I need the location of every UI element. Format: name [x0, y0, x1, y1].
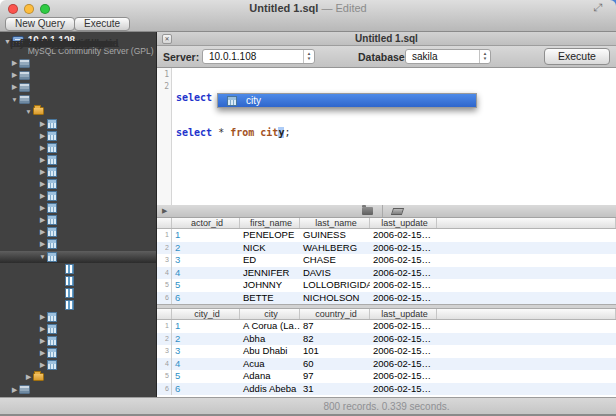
tree-item-store[interactable]: ▶store	[0, 359, 156, 371]
cell[interactable]: ED	[240, 254, 300, 267]
cell[interactable]: 4	[172, 267, 240, 280]
column-header-city_id[interactable]: city_id	[172, 309, 240, 319]
tree-item-country[interactable]: ▶country	[0, 178, 156, 190]
column-header-last_update[interactable]: last_update	[370, 218, 437, 228]
table-row[interactable]: 66Addis Abeba312006-02-15…	[157, 383, 616, 396]
tree-item-address[interactable]: ▶address	[0, 130, 156, 142]
row-number[interactable]: 2	[157, 333, 172, 346]
fullscreen-icon[interactable]: ⤢	[593, 1, 602, 14]
play-icon[interactable]: ▶	[162, 207, 167, 215]
cell[interactable]: 2006-02-15…	[370, 292, 437, 305]
tree-item-inventory[interactable]: ▼inventory	[0, 251, 156, 263]
column-header-actor_id[interactable]: actor_id	[172, 218, 240, 228]
tree-item-information_schema[interactable]: ▶information_schema	[0, 57, 156, 69]
tree-item-film_id[interactable]: film_id	[0, 275, 156, 287]
tree-item-film_actor[interactable]: ▶film_actor	[0, 214, 156, 226]
row-number[interactable]: 5	[157, 370, 172, 383]
table-row[interactable]: 33Abu Dhabi1012006-02-15…	[157, 345, 616, 358]
tree-item-store_id[interactable]: store_id	[0, 287, 156, 299]
column-header-first_name[interactable]: first_name	[240, 218, 300, 228]
tree-item-Tables[interactable]: ▼Tables	[0, 105, 156, 117]
cell[interactable]: 31	[300, 383, 370, 396]
cell[interactable]: 6	[172, 292, 240, 305]
cell[interactable]: 2006-02-15…	[370, 279, 437, 292]
cell[interactable]: 2006-02-15…	[370, 383, 437, 396]
disclosure-collapsed-icon[interactable]: ▶	[38, 156, 47, 164]
tree-item-customer[interactable]: ▶customer	[0, 190, 156, 202]
cell[interactable]: Addis Abeba	[240, 383, 300, 396]
cell[interactable]: 2006-02-15…	[370, 254, 437, 267]
disclosure-collapsed-icon[interactable]: ▶	[10, 83, 19, 91]
table-row[interactable]: 44Acua602006-02-15…	[157, 358, 616, 371]
cell[interactable]: A Corua (La…	[240, 320, 300, 333]
cell[interactable]: Adana	[240, 370, 300, 383]
disclosure-collapsed-icon[interactable]: ▶	[38, 216, 47, 224]
disclosure-collapsed-icon[interactable]: ▶	[38, 313, 47, 321]
eraser-icon[interactable]	[391, 208, 404, 215]
cell[interactable]: 2006-02-15…	[370, 242, 437, 255]
cell[interactable]: DAVIS	[300, 267, 370, 280]
table-row[interactable]: 44JENNIFERDAVIS2006-02-15…	[157, 267, 616, 280]
row-number[interactable]: 4	[157, 358, 172, 371]
cell[interactable]: 101	[300, 345, 370, 358]
execute-toolbar-button[interactable]: Execute	[74, 17, 130, 31]
disclosure-collapsed-icon[interactable]: ▶	[38, 337, 47, 345]
tree-item-mysql[interactable]: ▶mysql	[0, 69, 156, 81]
row-number[interactable]: 6	[157, 292, 172, 305]
tree-item-blargh[interactable]: ▶blargh	[0, 142, 156, 154]
tree-item-film_category[interactable]: ▶film_category	[0, 226, 156, 238]
export-folder-icon[interactable]	[362, 207, 373, 215]
cell[interactable]: 5	[172, 279, 240, 292]
cell[interactable]: 97	[300, 370, 370, 383]
sql-code[interactable]: select * from actor; select * from city;	[172, 68, 296, 205]
cell[interactable]: BETTE	[240, 292, 300, 305]
cell[interactable]: 2	[172, 333, 240, 346]
disclosure-expanded-icon[interactable]: ▼	[10, 96, 19, 103]
row-number[interactable]: 5	[157, 279, 172, 292]
cell[interactable]: 87	[300, 320, 370, 333]
cell[interactable]: NICHOLSON	[300, 292, 370, 305]
cell[interactable]: 2006-02-15…	[370, 333, 437, 346]
row-number[interactable]: 3	[157, 345, 172, 358]
cell[interactable]: 5	[172, 370, 240, 383]
cell[interactable]: WAHLBERG	[300, 242, 370, 255]
disclosure-collapsed-icon[interactable]: ▶	[38, 204, 47, 212]
disclosure-collapsed-icon[interactable]: ▶	[38, 192, 47, 200]
disclosure-collapsed-icon[interactable]: ▶	[24, 373, 33, 381]
table-row[interactable]: 55JOHNNYLOLLOBRIGIDA2006-02-15…	[157, 279, 616, 292]
disclosure-collapsed-icon[interactable]: ▶	[38, 132, 47, 140]
tree-item-film[interactable]: ▶film	[0, 202, 156, 214]
tree-item-payment[interactable]: ▶payment	[0, 323, 156, 335]
cell[interactable]: 1	[172, 229, 240, 242]
tree-item-Views[interactable]: ▶Views	[0, 371, 156, 383]
row-number[interactable]: 3	[157, 254, 172, 267]
column-header-city[interactable]: city	[240, 309, 300, 319]
cell[interactable]: JOHNNY	[240, 279, 300, 292]
cell[interactable]: 2	[172, 242, 240, 255]
tree-item-staff[interactable]: ▶staff	[0, 347, 156, 359]
cell[interactable]: 82	[300, 333, 370, 346]
cell[interactable]: 2006-02-15…	[370, 358, 437, 371]
tree-item-rental[interactable]: ▶rental	[0, 335, 156, 347]
execute-button[interactable]: Execute	[544, 48, 610, 65]
cell[interactable]: 2006-02-15…	[370, 267, 437, 280]
tree-item-city[interactable]: ▶city	[0, 166, 156, 178]
disclosure-expanded-icon[interactable]: ▼	[38, 253, 47, 260]
tree-item-sakila[interactable]: ▼sakila	[0, 93, 156, 105]
tree-item-test[interactable]: ▶test	[0, 384, 156, 396]
cell[interactable]: Abha	[240, 333, 300, 346]
tree-item-language[interactable]: ▶language	[0, 311, 156, 323]
database-select[interactable]: sakila ▲ ▼	[405, 49, 491, 64]
disclosure-collapsed-icon[interactable]: ▶	[10, 59, 19, 67]
tab-title[interactable]: Untitled 1.sql	[157, 33, 616, 44]
table-row[interactable]: 33EDCHASE2006-02-15…	[157, 254, 616, 267]
cell[interactable]: 2006-02-15…	[370, 370, 437, 383]
tree-item-film_text[interactable]: ▶film_text	[0, 238, 156, 250]
table-row[interactable]: 55Adana972006-02-15…	[157, 370, 616, 383]
cell[interactable]: 2006-02-15…	[370, 320, 437, 333]
cell[interactable]: 4	[172, 358, 240, 371]
cell[interactable]: LOLLOBRIGIDA	[300, 279, 370, 292]
column-header-country_id[interactable]: country_id	[300, 309, 370, 319]
disclosure-collapsed-icon[interactable]: ▶	[38, 180, 47, 188]
cell[interactable]: 2006-02-15…	[370, 345, 437, 358]
